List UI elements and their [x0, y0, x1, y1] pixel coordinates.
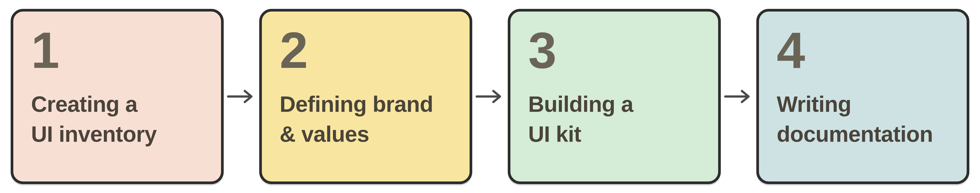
step-card-3: 3 Building a UI kit — [508, 9, 721, 184]
process-flow: 1 Creating a UI inventory 2 Defining bra… — [11, 9, 969, 184]
step-number: 2 — [280, 25, 452, 76]
step-number: 4 — [777, 25, 949, 76]
step-title-line1: Defining brand — [280, 92, 433, 116]
step-number: 1 — [31, 25, 203, 76]
step-number: 3 — [528, 25, 700, 76]
step-title-line1: Creating a — [31, 92, 137, 116]
step-card-1: 1 Creating a UI inventory — [11, 9, 224, 184]
step-title: Building a UI kit — [528, 89, 700, 149]
step-title-line2: & values — [280, 121, 369, 147]
step-title-line1: Writing — [777, 92, 851, 116]
step-title-line1: Building a — [528, 92, 633, 116]
arrow-icon — [472, 88, 508, 105]
step-card-2: 2 Defining brand & values — [259, 9, 472, 184]
step-title: Creating a UI inventory — [31, 89, 203, 149]
step-title-line2: UI inventory — [31, 121, 157, 147]
arrow-icon — [224, 88, 259, 105]
step-title: Defining brand & values — [280, 89, 452, 149]
step-card-4: 4 Writing documentation — [756, 9, 969, 184]
step-title-line2: UI kit — [528, 121, 581, 147]
arrow-icon — [721, 88, 756, 105]
step-title-line2: documentation — [777, 121, 933, 147]
step-title: Writing documentation — [777, 89, 949, 149]
